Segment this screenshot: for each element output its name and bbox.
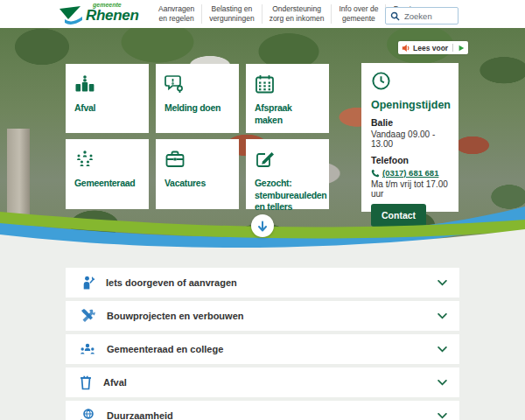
desk-label: Balie	[371, 117, 449, 128]
hero: Lees voor Afval Melding doen	[0, 28, 525, 262]
briefcase-icon	[164, 150, 186, 169]
sustainability-globe-icon	[80, 408, 95, 420]
phone-hours: Ma t/m vrij tot 17.00 uur	[371, 179, 449, 199]
tile-afspraak-maken[interactable]: Afspraak maken	[246, 64, 329, 133]
accordion-label: Duurzaamheid	[107, 410, 173, 420]
nav-item-info[interactable]: Info over de gemeente	[331, 4, 385, 24]
tile-label: Gemeenteraad	[74, 178, 140, 190]
search-input[interactable]	[402, 10, 454, 22]
logo-mark-icon	[58, 5, 84, 28]
read-aloud-button[interactable]: Lees voor	[398, 41, 468, 54]
tile-melding-doen[interactable]: Melding doen	[156, 64, 239, 133]
opening-hours-panel: Openingstijden Balie Vandaag 09.00 - 13.…	[361, 63, 458, 212]
tile-label: Vacatures	[164, 178, 230, 190]
tile-afval[interactable]: Afval	[66, 64, 149, 133]
person-hand-raised-icon	[80, 275, 94, 290]
logo-name: Rhenen	[86, 7, 139, 24]
accordion-label: Iets doorgeven of aanvragen	[106, 277, 237, 288]
accordion-label: Gemeenteraad en college	[107, 344, 223, 354]
tile-gemeenteraad[interactable]: Gemeenteraad	[66, 139, 149, 209]
pencil-ballot-icon	[255, 150, 276, 169]
waste-containers-icon	[74, 74, 95, 94]
desk-hours: Vandaag 09.00 - 13.00	[371, 130, 449, 149]
tile-vacatures[interactable]: Vacatures	[156, 139, 239, 209]
phone-number-link[interactable]: (0317) 681 681	[382, 168, 438, 178]
accordion-item-iets-doorgeven[interactable]: Iets doorgeven of aanvragen	[66, 268, 459, 298]
tools-icon	[80, 308, 95, 324]
nav-item-ondersteuning[interactable]: Ondersteuning zorg en inkomen	[262, 4, 332, 24]
chevron-down-icon	[438, 313, 447, 319]
play-icon[interactable]	[458, 45, 465, 52]
themes-accordion: Iets doorgeven of aanvragen Bouwprojecte…	[0, 262, 525, 420]
down-arrow-icon	[257, 220, 268, 232]
accordion-item-bouwprojecten[interactable]: Bouwprojecten en verbouwen	[66, 301, 459, 331]
speaker-icon	[402, 44, 410, 52]
tile-label: Melding doen	[164, 102, 230, 115]
chevron-down-icon	[438, 346, 447, 353]
tile-label: Afspraak maken	[255, 102, 320, 126]
search-box[interactable]	[385, 7, 458, 24]
nav-item-belasting[interactable]: Belasting en vergunningen	[201, 4, 262, 24]
report-bubble-icon	[164, 74, 186, 94]
accordion-item-afval[interactable]: Afval	[66, 368, 459, 397]
phone-label: Telefoon	[371, 155, 449, 165]
chevron-down-icon	[438, 413, 447, 419]
calendar-icon	[255, 74, 276, 94]
nav-item-aanvragen[interactable]: Aanvragen en regelen	[151, 4, 201, 24]
opening-hours-heading: Openingstijden	[371, 99, 449, 111]
accordion-item-duurzaamheid[interactable]: Duurzaamheid	[66, 401, 459, 420]
logo[interactable]: gemeente Rhenen	[58, 2, 139, 28]
clock-icon	[371, 71, 391, 91]
chevron-down-icon	[438, 280, 447, 286]
site-header: gemeente Rhenen Aanvragen en regelen Bel…	[0, 0, 525, 28]
search-icon	[390, 11, 400, 21]
tile-label: Afval	[74, 102, 140, 115]
accordion-label: Afval	[103, 377, 127, 388]
read-aloud-label: Lees voor	[413, 44, 448, 52]
scroll-down-button[interactable]	[251, 214, 274, 237]
people-group-icon	[80, 341, 95, 357]
phone-icon	[371, 169, 380, 178]
waste-bin-icon	[80, 374, 92, 390]
chevron-down-icon	[438, 380, 447, 386]
page: gemeente Rhenen Aanvragen en regelen Bel…	[0, 0, 525, 420]
tile-gezocht-stembureauleden[interactable]: Gezocht: stembureauleden en tellers	[246, 139, 329, 209]
council-people-icon	[74, 150, 95, 169]
accordion-item-gemeenteraad-college[interactable]: Gemeenteraad en college	[66, 334, 459, 364]
accordion-label: Bouwprojecten en verbouwen	[107, 311, 243, 321]
